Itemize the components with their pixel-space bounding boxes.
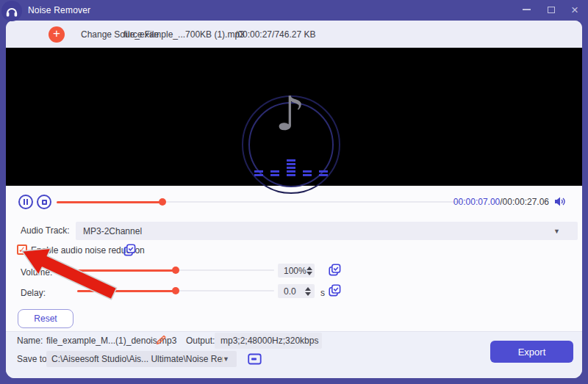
noise-reduction-checkbox[interactable]: ✓	[17, 244, 27, 255]
stop-icon	[42, 200, 47, 205]
source-toolbar: + Change Source File file_example_...700…	[6, 21, 582, 48]
chevron-down-icon: ▼	[553, 228, 560, 235]
delay-spinner[interactable]: 0.0	[278, 284, 315, 298]
volume-slider-thumb[interactable]	[172, 267, 179, 274]
current-time: 00:00:07.00	[453, 197, 500, 207]
volume-icon[interactable]	[554, 196, 566, 207]
pause-button[interactable]	[18, 195, 33, 209]
playback-slider-thumb[interactable]	[159, 198, 166, 206]
audio-preview-area: ♪	[6, 48, 582, 186]
apply-to-all-icon[interactable]	[123, 244, 136, 256]
open-folder-icon[interactable]	[248, 353, 262, 365]
spin-down-icon[interactable]	[305, 292, 311, 296]
output-format-value: mp3;2;48000Hz;320kbps	[215, 336, 318, 346]
output-format-box[interactable]: mp3;2;48000Hz;320kbps	[215, 333, 322, 349]
source-file-name: file_example_...700KB (1).mp3	[123, 29, 245, 40]
equalizer-bars	[254, 148, 328, 176]
volume-spinner[interactable]: 100%	[278, 264, 315, 278]
add-file-icon[interactable]: +	[49, 26, 65, 43]
maximize-icon	[548, 7, 555, 13]
output-panel: Name: file_example_M...(1)_denois.mp3 Ou…	[6, 331, 582, 378]
export-button[interactable]: Export	[490, 341, 573, 363]
output-label: Output:	[186, 336, 215, 346]
audio-track-select[interactable]: MP3-2Channel ▼	[76, 222, 578, 240]
spinner-arrows[interactable]	[305, 287, 315, 296]
content-area: + Change Source File file_example_...700…	[6, 21, 582, 378]
spin-down-icon[interactable]	[306, 272, 312, 275]
spinner-arrows[interactable]	[306, 267, 316, 275]
app-logo	[1, 1, 22, 21]
save-to-label: Save to:	[17, 354, 49, 364]
save-path-select[interactable]: C:\Aiseesoft Studio\Ais... Ultimate\Nois…	[46, 351, 237, 367]
stop-button[interactable]	[37, 195, 51, 209]
window-title: Noise Remover	[28, 5, 90, 15]
audio-track-label: Audio Track:	[21, 225, 70, 236]
maximize-button[interactable]	[542, 0, 561, 19]
volume-label: Volume:	[21, 267, 52, 278]
delay-unit: s	[320, 288, 325, 298]
reset-button[interactable]: Reset	[18, 309, 74, 328]
delay-value: 0.0	[278, 286, 305, 297]
title-bar: Noise Remover ×	[0, 0, 588, 21]
audio-track-value: MP3-2Channel	[83, 226, 142, 236]
apply-to-all-icon[interactable]	[329, 264, 341, 276]
name-label: Name:	[17, 336, 43, 346]
minimize-icon	[523, 9, 531, 10]
pause-icon	[24, 199, 28, 205]
edit-name-icon[interactable]	[155, 335, 166, 346]
spin-up-icon[interactable]	[306, 267, 312, 270]
total-time: /00:00:27.06	[500, 197, 549, 207]
headphones-icon	[5, 4, 18, 18]
close-button[interactable]: ×	[565, 0, 584, 19]
playback-progress-slider[interactable]	[57, 198, 463, 206]
music-note-icon: ♪	[275, 87, 305, 141]
spin-up-icon[interactable]	[305, 287, 311, 291]
volume-value: 100%	[278, 266, 306, 276]
close-icon: ×	[571, 4, 578, 16]
save-path-value: C:\Aiseesoft Studio\Ais... Ultimate\Nois…	[46, 354, 223, 364]
delay-label: Delay:	[21, 288, 46, 298]
delay-slider[interactable]	[77, 287, 274, 294]
minimize-button[interactable]	[517, 0, 536, 19]
app-window: Noise Remover × + Change Source File fil…	[0, 0, 588, 384]
volume-slider[interactable]	[77, 267, 274, 274]
apply-to-all-icon[interactable]	[329, 284, 341, 297]
delay-slider-thumb[interactable]	[172, 287, 179, 294]
time-display: 00:00:07.00/00:00:27.06	[453, 197, 549, 207]
source-file-meta: /00:00:27/746.27 KB	[235, 29, 315, 40]
chevron-down-icon: ▼	[223, 355, 237, 363]
